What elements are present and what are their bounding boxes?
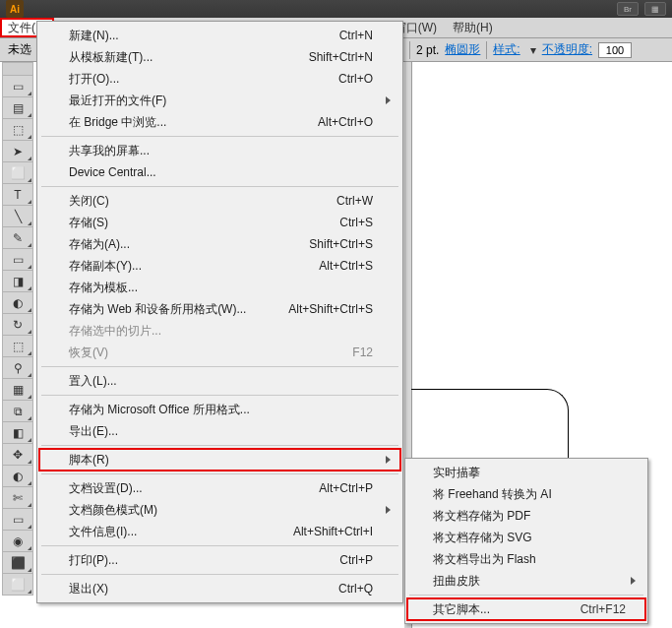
menu-separator — [41, 136, 398, 137]
tool-button[interactable]: T — [2, 184, 33, 206]
menu-shortcut: Ctrl+N — [339, 29, 373, 42]
tool-button — [2, 62, 33, 76]
menu-item[interactable]: 脚本(R) — [39, 449, 400, 471]
bridge-button[interactable]: Br — [617, 2, 639, 16]
tool-button[interactable]: ✎ — [2, 227, 33, 249]
menu-separator — [41, 445, 398, 446]
menu-item[interactable]: 文档颜色模式(M) — [39, 499, 400, 521]
menu-shortcut: Ctrl+O — [338, 72, 373, 86]
tool-button[interactable]: ◐ — [2, 466, 33, 487]
menu-item[interactable]: 存储为 Web 和设备所用格式(W)...Alt+Shift+Ctrl+S — [39, 298, 400, 320]
menu-shortcut: F12 — [352, 345, 373, 359]
menu-item[interactable]: 将 Freehand 转换为 AI — [407, 483, 645, 505]
menu-item-label: 在 Bridge 中浏览... — [69, 114, 166, 131]
menu-item[interactable]: 存储为(A)...Shift+Ctrl+S — [39, 233, 400, 255]
menu-shortcut: Ctrl+F12 — [580, 602, 626, 616]
tool-button[interactable]: ▭ — [2, 249, 33, 271]
style-swatch[interactable]: ▾ — [530, 43, 536, 57]
tool-button[interactable]: ➤ — [2, 141, 33, 162]
stroke-value[interactable]: 2 pt. — [416, 43, 439, 57]
menu-item[interactable]: 将文档导出为 Flash — [407, 548, 645, 570]
menu-item[interactable]: 打开(O)...Ctrl+O — [39, 68, 400, 90]
tool-button[interactable]: ⧉ — [2, 401, 33, 422]
menu-item[interactable]: 将文档存储为 PDF — [407, 505, 645, 527]
menu-item-label: 其它脚本... — [433, 601, 490, 618]
menu-item-label: 文档颜色模式(M) — [69, 502, 157, 519]
menu-item[interactable]: 导出(E)... — [39, 420, 400, 442]
menu-item-label: 将文档存储为 SVG — [433, 530, 532, 546]
menu-item[interactable]: 实时描摹 — [407, 462, 645, 483]
tool-button[interactable]: ✥ — [2, 444, 33, 466]
menu-item[interactable]: 存储(S)Ctrl+S — [39, 212, 400, 233]
menu-item-label: 退出(X) — [69, 581, 108, 597]
tool-button[interactable]: ✄ — [2, 487, 33, 509]
menu-item-label: 置入(L)... — [69, 373, 117, 390]
tool-button[interactable]: ▭ — [2, 509, 33, 531]
tool-button[interactable]: ▤ — [2, 97, 33, 119]
tool-button[interactable]: ◉ — [2, 531, 33, 552]
menu-item-label: 最近打开的文件(F) — [69, 93, 166, 109]
menu-item[interactable]: 其它脚本...Ctrl+F12 — [407, 598, 645, 620]
opacity-label[interactable]: 不透明度: — [542, 41, 592, 58]
menu-item-label: 文档设置(D)... — [69, 480, 143, 497]
stroke-shape-link[interactable]: 椭圆形 — [445, 41, 480, 58]
tool-button[interactable]: ⬜ — [2, 162, 33, 184]
menu-item[interactable]: 扭曲皮肤 — [407, 570, 645, 592]
file-menu: 新建(N)...Ctrl+N从模板新建(T)...Shift+Ctrl+N打开(… — [36, 21, 403, 603]
tool-button[interactable]: ↻ — [2, 314, 33, 336]
menu-separator — [41, 545, 398, 546]
menu-shortcut: Ctrl+S — [339, 216, 373, 229]
tool-button[interactable]: ▭ — [2, 76, 33, 97]
separator — [409, 41, 410, 59]
menu-shortcut: Alt+Ctrl+P — [319, 481, 373, 495]
menu-item[interactable]: 存储副本(Y)...Alt+Ctrl+S — [39, 255, 400, 277]
tool-button[interactable]: ⬜ — [2, 574, 33, 596]
menu-item[interactable]: 从模板新建(T)...Shift+Ctrl+N — [39, 46, 400, 68]
menu-item[interactable]: 关闭(C)Ctrl+W — [39, 190, 400, 212]
menu-separator — [41, 473, 398, 474]
tool-button[interactable]: ⬛ — [2, 552, 33, 574]
menu-item-label: 存储为(A)... — [69, 236, 130, 253]
menu-item-label: 将文档存储为 PDF — [433, 508, 530, 525]
toolbox: ▭▤⬚➤⬜T╲✎▭◨◐↻⬚⚲▦⧉◧✥◐✄▭◉⬛⬜ — [2, 62, 33, 596]
script-submenu: 实时描摹将 Freehand 转换为 AI将文档存储为 PDF将文档存储为 SV… — [404, 458, 648, 624]
menu-item[interactable]: 存储为模板... — [39, 277, 400, 298]
opacity-input[interactable] — [598, 42, 632, 58]
menu-item[interactable]: 存储为 Microsoft Office 所用格式... — [39, 399, 400, 420]
app-logo: Ai — [6, 0, 24, 18]
tool-button[interactable]: ◨ — [2, 271, 33, 292]
menu-item[interactable]: 退出(X)Ctrl+Q — [39, 578, 400, 599]
menu-item[interactable]: 新建(N)...Ctrl+N — [39, 25, 400, 46]
menu-item[interactable]: 共享我的屏幕... — [39, 140, 400, 161]
tool-button[interactable]: ╲ — [2, 206, 33, 227]
menu-shortcut: Ctrl+Q — [338, 582, 373, 596]
menu-item-label: 关闭(C) — [69, 193, 109, 210]
menu-item[interactable]: 在 Bridge 中浏览...Alt+Ctrl+O — [39, 111, 400, 133]
arrange-button[interactable]: ▦ — [644, 2, 666, 16]
menu-item-label: 打开(O)... — [69, 71, 119, 88]
menu-item-label: 将 Freehand 转换为 AI — [433, 486, 552, 503]
menu-item[interactable]: 文档设置(D)...Alt+Ctrl+P — [39, 477, 400, 499]
menu-item[interactable]: 将文档存储为 SVG — [407, 527, 645, 548]
tool-button[interactable]: ⬚ — [2, 336, 33, 357]
tool-button[interactable]: ◐ — [2, 292, 33, 314]
tool-button[interactable]: ⬚ — [2, 119, 33, 141]
menu-item[interactable]: Device Central... — [39, 161, 400, 183]
submenu-arrow-icon — [386, 96, 391, 104]
menu-item[interactable]: 最近打开的文件(F) — [39, 90, 400, 111]
submenu-arrow-icon — [386, 506, 391, 514]
submenu-arrow-icon — [631, 577, 636, 585]
tool-button[interactable]: ◧ — [2, 422, 33, 444]
style-label[interactable]: 样式: — [493, 41, 519, 58]
menu-separator — [41, 366, 398, 367]
menu-item: 存储选中的切片... — [39, 320, 400, 342]
menu-item[interactable]: 文件信息(I)...Alt+Shift+Ctrl+I — [39, 521, 400, 542]
tool-button[interactable]: ▦ — [2, 379, 33, 401]
menu-item[interactable]: 置入(L)... — [39, 370, 400, 392]
menu-item: 恢复(V)F12 — [39, 342, 400, 363]
tool-button[interactable]: ⚲ — [2, 357, 33, 379]
menu-item[interactable]: 打印(P)...Ctrl+P — [39, 549, 400, 571]
separator — [486, 41, 487, 59]
menu-item-label: 存储为 Web 和设备所用格式(W)... — [69, 301, 246, 318]
menubar-item[interactable]: 帮助(H) — [445, 18, 501, 37]
